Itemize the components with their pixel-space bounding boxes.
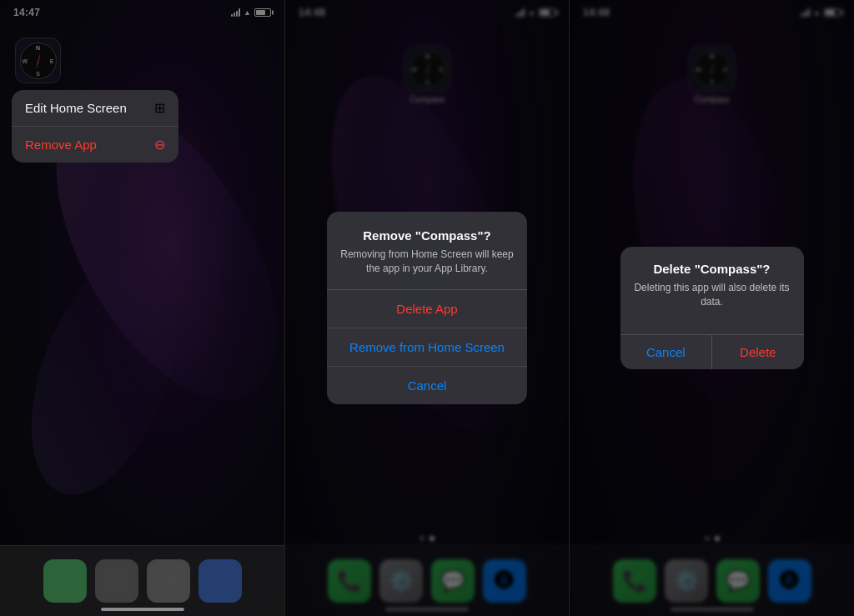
modal-content-2: Remove "Compass"? Removing from Home Scr… xyxy=(327,212,527,276)
remove-app-item[interactable]: Remove App ⊖ xyxy=(12,127,178,163)
remove-from-home-button[interactable]: Remove from Home Screen xyxy=(327,328,527,367)
edit-home-screen-label: Edit Home Screen xyxy=(25,101,127,115)
modal-message-3: Deleting this app will also delete its d… xyxy=(634,281,791,309)
phone-panel-3: 14:48 ▲ N S W E xyxy=(569,0,854,616)
remove-compass-dialog: Remove "Compass"? Removing from Home Scr… xyxy=(327,212,527,404)
edit-home-screen-icon: ⊞ xyxy=(154,100,165,116)
delete-compass-dialog: Delete "Compass"? Deleting this app will… xyxy=(620,247,804,369)
delete-app-button[interactable]: Delete App xyxy=(327,290,527,328)
modal-buttons-2: Delete App Remove from Home Screen Cance… xyxy=(327,289,527,404)
remove-app-label: Remove App xyxy=(25,138,97,152)
delete-button-3[interactable]: Delete xyxy=(712,335,804,369)
modal-title-3: Delete "Compass"? xyxy=(634,262,791,276)
dock-settings-icon-1[interactable] xyxy=(95,559,138,603)
modal-content-3: Delete "Compass"? Deleting this app will… xyxy=(620,247,804,334)
dock-1 xyxy=(0,545,284,616)
phone-panel-2: 14:48 ▲ N S W E xyxy=(284,0,569,616)
remove-app-icon: ⊖ xyxy=(154,137,165,153)
edit-home-screen-item[interactable]: Edit Home Screen ⊞ xyxy=(12,90,178,127)
context-menu: Edit Home Screen ⊞ Remove App ⊖ xyxy=(12,90,178,163)
dock-phone-icon-1[interactable] xyxy=(43,559,87,603)
modal-overlay-2: Remove "Compass"? Removing from Home Scr… xyxy=(285,0,569,616)
modal-title-2: Remove "Compass"? xyxy=(340,228,514,243)
modal-buttons-3: Cancel Delete xyxy=(620,334,804,369)
home-indicator-1 xyxy=(101,608,184,611)
modal-message-2: Removing from Home Screen will keep the … xyxy=(340,248,514,276)
dock-messages-icon-1[interactable] xyxy=(147,559,190,603)
cancel-button-3[interactable]: Cancel xyxy=(620,335,713,369)
phone-panel-1: 14:47 ▲ N S W E xyxy=(0,0,284,616)
dock-appstore-icon-1[interactable] xyxy=(198,559,242,603)
cancel-button-2[interactable]: Cancel xyxy=(327,367,527,404)
modal-overlay-3: Delete "Compass"? Deleting this app will… xyxy=(570,0,854,616)
